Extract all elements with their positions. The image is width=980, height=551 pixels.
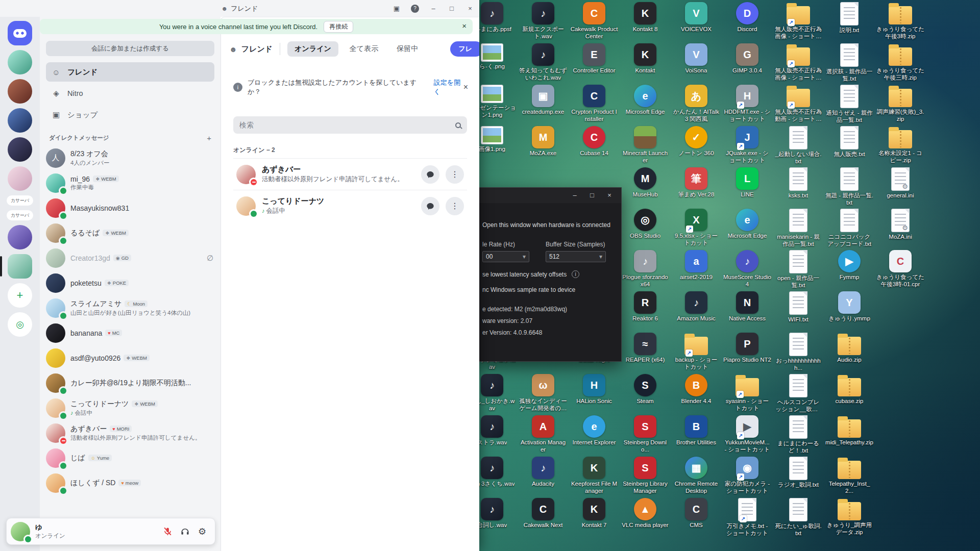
desktop-icon[interactable]: NNative Access <box>722 291 773 322</box>
dm-list-item[interactable]: 人8/23 オフ会4人のメンバー <box>40 145 220 170</box>
settings-button[interactable]: ⚙ <box>193 523 211 540</box>
sidebar-item-ショップ[interactable]: ▣ショップ <box>46 105 214 124</box>
desktop-icon[interactable]: 説明.txt <box>824 2 875 34</box>
dialog-minimize-button[interactable]: – <box>567 189 582 202</box>
desktop-icon[interactable]: Audio.zip <box>824 333 875 364</box>
desktop-icon[interactable]: ↗無人販売不正行為画像 - ショートカット <box>773 43 824 82</box>
desktop-icon[interactable]: 無題 - 親作品一覧.txt <box>824 167 875 207</box>
desktop-icon[interactable]: 調声練習(失敗)_3.zip <box>875 85 926 123</box>
desktop-icon[interactable]: KKontakt <box>620 43 671 74</box>
sync-sample-rate-option[interactable]: nc Windows sample rate to device <box>482 286 616 293</box>
desktop-icon[interactable]: ▶Fymmp <box>824 250 875 281</box>
dm-list-item[interactable]: mi_96❖WEBM作業中毒 <box>40 170 220 195</box>
desktop-icon[interactable]: ↗無人販売不正行為動画 - ショートカット <box>773 85 824 123</box>
dm-list-item[interactable]: るるそば❖WEBM <box>40 220 220 245</box>
sample-rate-select[interactable]: 00▾ <box>482 251 529 262</box>
desktop-icon[interactable]: KKontakt 8 <box>620 2 671 33</box>
desktop-icon[interactable]: 筆筆まめ Ver.28 <box>671 167 722 198</box>
message-button[interactable] <box>421 197 439 215</box>
open-settings-link[interactable]: 設定を開く <box>434 78 467 96</box>
mic-muted-button[interactable] <box>159 523 176 540</box>
desktop-icon[interactable]: MMoZA.exe <box>518 126 569 157</box>
desktop-icon[interactable]: eMicrosoft Edge <box>722 209 773 240</box>
headphones-button[interactable] <box>176 523 193 540</box>
dm-list-item[interactable]: あずきバー♥MORI活動者様以外原則フレンド申請許可してません。 <box>40 420 220 445</box>
desktop-icon[interactable]: ⚙MoZA.ini <box>875 209 926 241</box>
desktop-icon[interactable]: ▲VLC media player <box>620 498 671 529</box>
desktop-icon[interactable]: aairset2-2019 <box>671 250 722 281</box>
desktop-icon[interactable]: open - 親作品一覧.txt <box>773 250 824 289</box>
dm-list-item[interactable]: スライムアミサ☾Moon山田と山田が好き(山田リョウと笑う4体の山) <box>40 295 220 320</box>
desktop-icon[interactable]: CCrypton Product Installer <box>569 85 620 123</box>
maximize-button[interactable]: □ <box>443 5 461 12</box>
desktop-icon[interactable]: BBrother Utilities <box>671 415 722 446</box>
desktop-icon[interactable]: EController Editor <box>569 43 620 74</box>
dm-list-item[interactable]: こってりドーナツ❖WEBM♪会話中 <box>40 395 220 420</box>
desktop-icon[interactable]: CCubase 14 <box>569 126 620 157</box>
desktop-icon[interactable]: HHALion Sonic <box>569 374 620 405</box>
more-options-button[interactable]: ⋮ <box>446 197 464 215</box>
desktop-icon[interactable]: ↗backup - ショートカット <box>671 333 722 371</box>
hint-close-icon[interactable]: × <box>463 83 468 92</box>
server-icon[interactable] <box>8 79 32 104</box>
server-icon[interactable] <box>8 166 32 191</box>
friend-row[interactable]: こってりドーナツ♪会話中⋮ <box>233 190 467 221</box>
desktop-icon[interactable]: KKontakt 7 <box>569 498 620 529</box>
dm-list-item[interactable]: poketetsu❖POKE <box>40 270 220 295</box>
explore-button[interactable]: ◎ <box>8 312 32 337</box>
desktop-icon[interactable]: ◉↗家の防犯カメラ - ショートカット <box>722 457 773 495</box>
dm-list-item[interactable]: カレー卯丼@8/19より期限不明活動... <box>40 370 220 395</box>
dm-list-item[interactable]: じば☺Yume <box>40 445 220 470</box>
server-icon[interactable] <box>8 50 32 74</box>
desktop-icon[interactable]: 無人販売.txt <box>824 126 875 158</box>
desktop-icon[interactable]: CCakewalk Product Center <box>569 2 620 40</box>
desktop-icon[interactable]: BBlender 4.4 <box>671 374 722 405</box>
desktop-icon[interactable]: ♪Audacity <box>518 457 569 488</box>
add-server-button[interactable]: + <box>8 283 32 308</box>
desktop-icon[interactable]: Telepathy_Inst_2... <box>824 457 875 495</box>
sidebar-item-Nitro[interactable]: ◈Nitro <box>46 84 214 103</box>
server-icon[interactable] <box>8 108 32 133</box>
desktop-icon[interactable]: あかんたん！AITalk 3 関西風 <box>671 85 722 123</box>
dm-list-item[interactable]: bananana♥MC <box>40 320 220 345</box>
desktop-icon[interactable]: まにまにわーるど！.txt <box>773 415 824 455</box>
desktop-icon[interactable]: H↗HDDFMT.exe - ショートカット <box>722 85 773 123</box>
desktop-icon[interactable]: X↗9.5.xlsx - ショートカット <box>671 209 722 247</box>
desktop-icon[interactable]: ▶↗YukkunMovieM... - ショートカット <box>722 415 773 454</box>
desktop-icon[interactable]: ≈REAPER (x64) <box>620 333 671 364</box>
desktop-icon[interactable]: eInternet Explorer <box>569 415 620 446</box>
friend-search-input[interactable] <box>239 121 455 129</box>
desktop-icon[interactable]: ラジオ_歌詞.txt <box>773 457 824 489</box>
desktop-icon[interactable]: Cきゅうり食ってた午後3時-01.cpr <box>875 250 926 288</box>
desktop-icon[interactable]: ↗万引きメモ.txt - ショートカット <box>722 498 773 537</box>
desktop-icon[interactable]: CCMS <box>671 498 722 529</box>
user-panel[interactable]: ゆ オンライン ⚙ <box>6 518 215 545</box>
server-icon[interactable] <box>8 225 32 249</box>
desktop-icon[interactable]: VVoiSona <box>671 43 722 74</box>
desktop-icon[interactable]: きゅうり_調声用データ.zip <box>824 498 875 536</box>
desktop-icon[interactable]: ▦Chrome Remote Desktop <box>671 457 722 495</box>
desktop-icon[interactable]: midi_Telepathy.zip <box>824 415 875 446</box>
desktop-icon[interactable]: 選択肢 - 親作品一覧.txt <box>824 43 875 83</box>
desktop-icon[interactable]: おっhhhhhhhhhhh... <box>773 333 824 372</box>
desktop-icon[interactable]: 通知うぜえ - 親作品一覧.txt <box>824 85 875 124</box>
desktop-icon[interactable]: きゅうり食ってた午後三時.zip <box>875 43 926 82</box>
add-friend-button[interactable]: フレ <box>450 41 479 57</box>
minimize-button[interactable]: – <box>424 5 443 12</box>
dm-list-item[interactable]: asdf@yuto0926❖WEBM <box>40 345 220 370</box>
inbox-icon[interactable]: ▣ <box>387 5 406 12</box>
desktop-icon[interactable]: Yきゅうり.ymmp <box>824 291 875 322</box>
dm-list-item[interactable]: Masayukisnow831 <box>40 195 220 220</box>
desktop-icon[interactable]: _起動しない場合.txt <box>773 126 824 165</box>
banner-close-icon[interactable]: × <box>462 21 467 30</box>
dm-list-item[interactable]: Creator13gd◉GD∅ <box>40 245 220 270</box>
help-icon[interactable]: ? <box>406 4 424 13</box>
desktop-icon[interactable]: SSteinberg Downlo... <box>620 415 671 454</box>
server-pill[interactable]: カサーバ <box>7 210 33 220</box>
desktop-icon[interactable]: ↗syasinn - ショートカット <box>722 374 773 412</box>
close-button[interactable]: × <box>461 5 479 12</box>
desktop-icon[interactable]: Minecraft Launcher <box>620 126 671 164</box>
desktop-icon[interactable]: ニコニコバックアップコード.txt <box>824 209 875 248</box>
desktop-icon[interactable]: ♪Plogue sforzando x64 <box>620 250 671 288</box>
desktop-icon[interactable]: GGIMP 3.0.4 <box>722 43 773 74</box>
